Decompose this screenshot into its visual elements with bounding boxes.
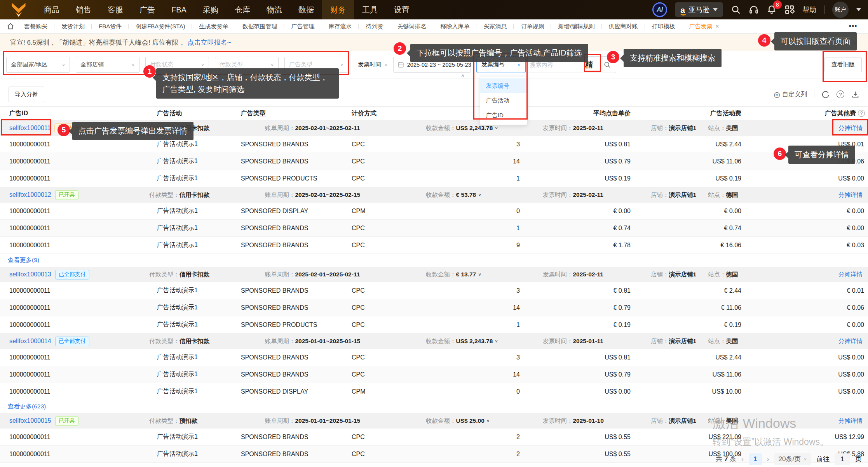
view-more-link[interactable]: 查看更多(623)	[8, 403, 46, 411]
next-page-button[interactable]: ›	[767, 455, 769, 463]
allocation-detail-link[interactable]: 分摊详情	[838, 124, 868, 132]
allocation-detail-link[interactable]: 分摊详情	[838, 191, 868, 199]
col-header-campaign[interactable]: 广告活动	[148, 109, 232, 118]
apps-grid-icon[interactable]	[784, 5, 795, 15]
date-range-picker[interactable]: 2025-02-23 ~ 2025-05-23	[393, 57, 471, 73]
clicks-cell: 1	[407, 225, 524, 232]
download-icon[interactable]	[851, 90, 859, 99]
tab-overflow-icon[interactable]: ⋯	[849, 21, 868, 31]
nav-item[interactable]: 设置	[386, 0, 418, 19]
tab[interactable]: 移除入库单	[433, 23, 476, 30]
marketplace-switcher[interactable]: a 亚马逊	[675, 2, 723, 17]
filter-select[interactable]: 付款状态∨	[145, 57, 209, 73]
tab[interactable]: 新增/编辑规则	[551, 23, 601, 30]
nav-item[interactable]: 工具	[354, 0, 386, 19]
customize-columns-button[interactable]: ◎ 自定义列	[774, 90, 807, 99]
tab[interactable]: 打印模板	[645, 23, 682, 30]
notifications-bell-icon[interactable]: 8	[767, 4, 777, 16]
tab[interactable]: 买家消息	[476, 23, 514, 30]
nav-item[interactable]: 数据	[290, 0, 322, 19]
ai-assistant-icon[interactable]: AI	[652, 2, 667, 17]
import-allocation-button[interactable]: 导入分摊	[9, 87, 44, 102]
search-type-option[interactable]: 发票编号	[480, 78, 527, 93]
nav-item[interactable]: 商品	[36, 0, 68, 19]
tab[interactable]: 待到货	[359, 23, 390, 30]
search-submit-icon[interactable]	[603, 61, 611, 69]
tab[interactable]: 订单规则	[514, 23, 551, 30]
nav-item[interactable]: 广告	[131, 0, 163, 19]
account-avatar[interactable]: 账户	[832, 2, 849, 18]
filter-select[interactable]: 全部国家/地区∨	[6, 57, 70, 73]
amount-expand-icon[interactable]: ∨	[486, 418, 490, 423]
invoice-number-link[interactable]: sellfox1000014	[9, 338, 51, 345]
filter-select[interactable]: 广告类型∨	[284, 57, 348, 73]
nav-item[interactable]: 采购	[195, 0, 227, 19]
help-circle-icon[interactable]: ?	[837, 90, 844, 98]
view-more-link[interactable]: 查看更多(9)	[8, 256, 39, 264]
filter-select[interactable]: 全部店铺∨	[76, 57, 139, 73]
tab[interactable]: 套餐购买	[17, 23, 54, 30]
invoice-number-link[interactable]: sellfox1000012	[9, 191, 51, 198]
tab-close-icon[interactable]: ×	[716, 23, 719, 30]
view-old-version-button[interactable]: 查看旧版	[824, 57, 862, 72]
nav-item[interactable]: 客服	[99, 0, 131, 19]
search-type-option[interactable]: 广告ID	[480, 108, 527, 123]
search-group: 发票编号 ∧ 发票编号广告活动广告ID 精	[476, 56, 616, 73]
filter-collapse-icon[interactable]: ∧	[461, 73, 465, 78]
col-header-campaign-fee[interactable]: 广告活动费	[634, 109, 745, 118]
tab[interactable]: 生成发货单	[192, 23, 235, 30]
invoice-number-link[interactable]: sellfox1000011	[9, 125, 51, 132]
current-page[interactable]: 1	[749, 453, 762, 465]
tab[interactable]: 创建FBA货件(STA)	[129, 23, 192, 30]
search-type-select[interactable]: 发票编号 ∧ 发票编号广告活动广告ID	[476, 56, 526, 73]
tab-active[interactable]: 广告发票×	[682, 23, 726, 30]
nav-item[interactable]: 销售	[68, 0, 99, 19]
col-header-ad-id[interactable]: 广告ID	[0, 109, 148, 118]
page-size-select[interactable]: 20条/页 ∨	[774, 453, 811, 465]
home-icon[interactable]	[6, 22, 15, 31]
amount-expand-icon[interactable]: ∨	[478, 272, 481, 276]
nav-item[interactable]: FBA	[163, 0, 195, 19]
col-header-other-fee[interactable]: 广告其他费 ?	[745, 109, 868, 118]
exact-match-toggle[interactable]: 精	[583, 59, 595, 70]
nav-item[interactable]: 物流	[258, 0, 290, 19]
col-header-pricing[interactable]: 计价方式	[342, 109, 407, 118]
tab[interactable]: 广告管理	[284, 23, 321, 30]
col-header-ad-type[interactable]: 广告类型	[232, 109, 342, 118]
sellfox-logo-icon[interactable]	[10, 2, 27, 17]
refresh-icon[interactable]	[821, 90, 830, 99]
notice-close-icon[interactable]: ×	[852, 38, 858, 48]
prev-page-button[interactable]: ‹	[741, 455, 744, 463]
account-chevron-down-icon[interactable]	[856, 8, 861, 11]
allocation-detail-link[interactable]: 分摊详情	[838, 337, 868, 345]
search-type-option[interactable]: 广告活动	[480, 93, 527, 108]
invoice-number-link[interactable]: sellfox1000015	[9, 417, 51, 424]
amount-expand-icon[interactable]: ∨	[478, 193, 481, 197]
search-input[interactable]	[525, 57, 583, 73]
marketplace-label: 亚马逊	[688, 5, 709, 14]
headset-icon[interactable]	[749, 5, 759, 15]
nav-item[interactable]: 仓库	[227, 0, 258, 19]
col-header-avg-cpc[interactable]: 平均点击单价	[524, 109, 634, 118]
tab[interactable]: FBA货件	[92, 23, 129, 30]
notice-signup-link[interactable]: 点击立即报名~	[188, 38, 231, 47]
amount-expand-icon[interactable]: ∨	[495, 126, 498, 130]
question-circle-icon[interactable]: ?	[858, 110, 865, 117]
filter-select[interactable]: 付款类型∨	[215, 57, 279, 73]
amount-expand-icon[interactable]: ∨	[495, 339, 498, 343]
tab[interactable]: 关键词排名	[390, 23, 433, 30]
payment-status-badge: 已全部支付	[55, 270, 89, 280]
tab[interactable]: 库存流水	[321, 23, 359, 30]
invoice-time-select[interactable]: 发票时间 ∨	[358, 61, 388, 68]
invoice-number-link[interactable]: sellfox1000013	[9, 271, 51, 278]
tab[interactable]: 数据范围管理	[235, 23, 284, 30]
goto-page-input[interactable]: 1	[835, 453, 850, 465]
tab[interactable]: 发货计划	[54, 23, 92, 30]
nav-item[interactable]: 财务	[322, 0, 354, 19]
gear-icon: ◎	[774, 90, 780, 99]
allocation-detail-link[interactable]: 分摊详情	[838, 417, 868, 425]
help-link[interactable]: 帮助	[802, 5, 816, 14]
tab[interactable]: 供应商对账	[602, 23, 645, 30]
search-icon[interactable]	[731, 5, 741, 15]
allocation-detail-link[interactable]: 分摊详情	[838, 271, 868, 279]
